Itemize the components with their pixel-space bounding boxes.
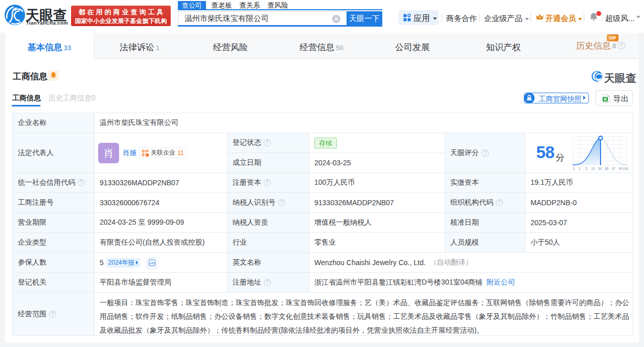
svg-text:50: 50: [598, 167, 602, 170]
svg-text:15: 15: [591, 167, 595, 170]
svg-text:85: 85: [605, 167, 609, 170]
svg-text:97: 97: [612, 167, 616, 170]
svg-text:0: 0: [573, 167, 575, 170]
svg-text:99: 99: [618, 167, 623, 170]
svg-text:1: 1: [579, 167, 581, 170]
svg-text:3: 3: [585, 167, 587, 170]
svg-text:100: 100: [623, 167, 628, 170]
